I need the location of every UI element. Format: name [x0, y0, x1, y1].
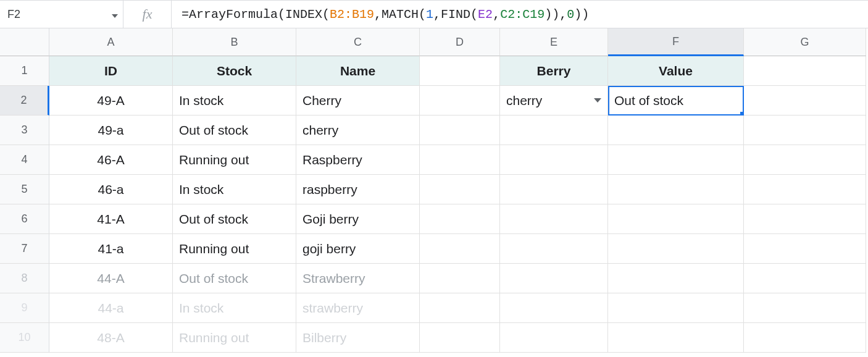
column-header[interactable]: G — [744, 28, 866, 56]
cell[interactable] — [744, 145, 866, 175]
table-row: 46-a In stock raspberry — [49, 175, 868, 204]
cell[interactable]: Running out — [173, 145, 296, 175]
row-header[interactable]: 3 — [0, 116, 49, 145]
header-id[interactable]: ID — [49, 56, 173, 86]
row-header[interactable]: 4 — [0, 145, 49, 175]
cell[interactable]: Out of stock — [173, 116, 296, 145]
cell[interactable] — [608, 234, 744, 264]
cell[interactable]: In stock — [173, 293, 296, 323]
spreadsheet-grid: 1 2 3 4 5 6 7 8 9 10 A B C D E F G ID St… — [0, 28, 868, 353]
cell[interactable] — [608, 116, 744, 145]
cell[interactable] — [608, 323, 744, 353]
cell[interactable]: Out of stock — [173, 204, 296, 234]
cell[interactable] — [500, 175, 608, 204]
cell[interactable]: 49-A — [49, 86, 173, 116]
cell[interactable]: 44-A — [49, 264, 173, 293]
cell[interactable]: 46-A — [49, 145, 173, 175]
cell[interactable] — [420, 56, 500, 86]
header-stock[interactable]: Stock — [173, 56, 296, 86]
cell[interactable] — [500, 323, 608, 353]
row-header[interactable]: 8 — [0, 264, 49, 293]
cell[interactable]: In stock — [173, 175, 296, 204]
column-header[interactable]: C — [296, 28, 420, 56]
cell[interactable]: Out of stock — [173, 264, 296, 293]
column-header[interactable]: A — [49, 28, 173, 56]
cell[interactable] — [420, 116, 500, 145]
cell[interactable]: 44-a — [49, 293, 173, 323]
formula-input[interactable]: =ArrayFormula(INDEX(B2:B19,MATCH(1,FIND(… — [172, 1, 868, 28]
active-cell[interactable]: Out of stock — [608, 86, 744, 116]
cell[interactable] — [500, 264, 608, 293]
cell[interactable]: Running out — [173, 234, 296, 264]
cell[interactable] — [744, 116, 866, 145]
cell[interactable]: In stock — [173, 86, 296, 116]
header-name[interactable]: Name — [296, 56, 420, 86]
cell[interactable] — [608, 293, 744, 323]
table-row: 46-A Running out Raspberry — [49, 145, 868, 175]
cell[interactable] — [608, 175, 744, 204]
cell[interactable]: Strawberry — [296, 264, 420, 293]
row-header[interactable]: 7 — [0, 234, 49, 264]
row-header[interactable]: 1 — [0, 56, 49, 86]
cell[interactable]: 49-a — [49, 116, 173, 145]
cell[interactable] — [744, 175, 866, 204]
cell[interactable] — [420, 234, 500, 264]
cell[interactable] — [744, 86, 866, 116]
row-header[interactable]: 5 — [0, 175, 49, 204]
cell[interactable]: cherry — [296, 116, 420, 145]
dropdown-cell[interactable]: cherry — [500, 86, 608, 116]
cell[interactable]: 48-A — [49, 323, 173, 353]
row-header[interactable]: 10 — [0, 323, 49, 353]
table-row: 44-A Out of stock Strawberry — [49, 264, 868, 293]
cell[interactable] — [420, 323, 500, 353]
grid-body: A B C D E F G ID Stock Name Berry Value … — [49, 28, 868, 353]
name-box-value: F2 — [7, 8, 20, 21]
cell[interactable]: Raspberry — [296, 145, 420, 175]
cell[interactable] — [500, 293, 608, 323]
column-header[interactable]: B — [173, 28, 296, 56]
column-header[interactable]: D — [420, 28, 500, 56]
cell[interactable]: Running out — [173, 323, 296, 353]
cell[interactable] — [500, 116, 608, 145]
cell[interactable] — [420, 264, 500, 293]
table-row: 44-a In stock strawberry — [49, 293, 868, 323]
cell[interactable] — [744, 293, 866, 323]
cell[interactable] — [420, 175, 500, 204]
cell[interactable] — [420, 293, 500, 323]
cell[interactable] — [608, 204, 744, 234]
cell[interactable]: Goji berry — [296, 204, 420, 234]
cell[interactable] — [608, 264, 744, 293]
row-gutter: 1 2 3 4 5 6 7 8 9 10 — [0, 28, 49, 353]
header-berry[interactable]: Berry — [500, 56, 608, 86]
row-header[interactable]: 6 — [0, 204, 49, 234]
cell[interactable] — [744, 204, 866, 234]
cell[interactable]: 41-a — [49, 234, 173, 264]
cell[interactable]: goji berry — [296, 234, 420, 264]
row-header[interactable]: 9 — [0, 293, 49, 323]
cell[interactable] — [608, 145, 744, 175]
cell[interactable] — [744, 56, 866, 86]
cell[interactable]: Bilberry — [296, 323, 420, 353]
fx-icon[interactable]: fx — [123, 1, 172, 28]
cell[interactable]: Cherry — [296, 86, 420, 116]
cell[interactable] — [744, 323, 866, 353]
cell[interactable] — [500, 145, 608, 175]
cell[interactable] — [420, 145, 500, 175]
cell[interactable] — [500, 204, 608, 234]
cell[interactable]: 41-A — [49, 204, 173, 234]
row-header[interactable]: 2 — [0, 86, 49, 116]
cell[interactable] — [420, 86, 500, 116]
name-box[interactable]: F2 — [0, 1, 123, 28]
header-value[interactable]: Value — [608, 56, 744, 86]
column-header[interactable]: E — [500, 28, 608, 56]
cell[interactable] — [744, 264, 866, 293]
cell[interactable]: raspberry — [296, 175, 420, 204]
cell[interactable] — [420, 204, 500, 234]
cell[interactable]: 46-a — [49, 175, 173, 204]
cell[interactable] — [500, 234, 608, 264]
table-row: 48-A Running out Bilberry — [49, 323, 868, 353]
select-all-corner[interactable] — [0, 28, 49, 56]
column-header[interactable]: F — [608, 28, 744, 56]
cell[interactable] — [744, 234, 866, 264]
cell[interactable]: strawberry — [296, 293, 420, 323]
